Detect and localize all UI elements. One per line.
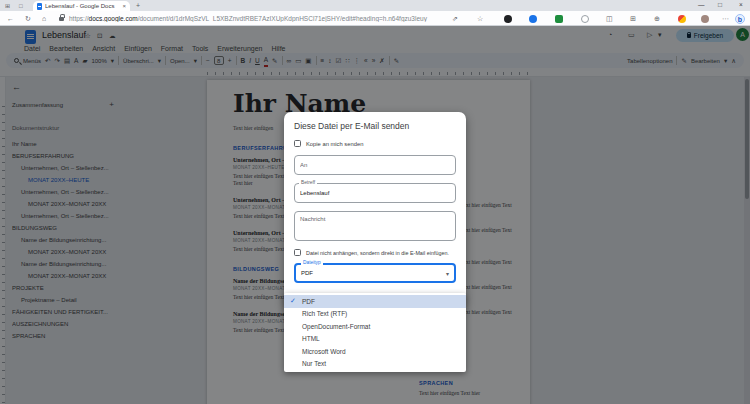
filetype-select[interactable]: Dateityp PDF ▾	[294, 263, 456, 283]
new-tab-button[interactable]: +	[136, 2, 140, 9]
docs-favicon	[37, 3, 42, 10]
collections-icon[interactable]: ⊞	[630, 14, 636, 23]
vertical-tabs-icon[interactable]: □	[19, 2, 23, 10]
email-file-dialog: Diese Datei per E-Mail senden Kopie an m…	[284, 112, 466, 308]
dialog-title: Diese Datei per E-Mail senden	[294, 121, 456, 131]
window-maximize-button[interactable]: □	[718, 1, 722, 8]
checkbox-unchecked[interactable]	[294, 249, 301, 256]
extension-icon[interactable]	[581, 15, 589, 23]
option-label: Microsoft Word	[302, 348, 346, 355]
recipient-input[interactable]	[294, 155, 456, 175]
address-bar: ← ↻ ⌂ https://docs.google.com/document/d…	[0, 11, 750, 26]
paste-inline-row[interactable]: Datei nicht anhängen, sondern direkt in …	[294, 249, 456, 256]
filetype-label: Dateityp	[301, 260, 323, 265]
profile-avatar-icon[interactable]	[701, 15, 709, 23]
extension-icon[interactable]	[504, 15, 512, 23]
option-label: Nur Text	[302, 360, 326, 367]
message-textarea[interactable]	[294, 211, 456, 241]
browser-essentials-icon[interactable]: ⊕	[654, 14, 660, 23]
option-label: HTML	[302, 335, 320, 342]
tab-title: Lebenslauf - Google Docs	[45, 3, 119, 9]
option-label: OpenDocument-Format	[302, 323, 370, 330]
url-domain: docs.google.com	[89, 15, 138, 22]
subject-field-wrapper: Betreff	[294, 183, 456, 203]
option-label: PDF	[302, 298, 315, 305]
checkbox-label: Datei nicht anhängen, sondern direkt in …	[306, 250, 449, 256]
favorite-star-icon[interactable]: ☆	[477, 14, 483, 23]
dropdown-option-plaintext[interactable]: Nur Text	[284, 358, 466, 371]
url-text[interactable]: https://docs.google.com/document/d/1drMq…	[69, 15, 429, 22]
browser-chrome: ⊞ □ Lebenslauf - Google Docs × + — □ × ←…	[0, 0, 750, 26]
refresh-icon[interactable]: ↻	[25, 14, 31, 23]
share-page-icon[interactable]: ⇗	[452, 14, 458, 23]
checkbox-label: Kopie an mich senden	[306, 141, 363, 147]
dropdown-option-rtf[interactable]: Rich Text (RTF)	[284, 308, 466, 321]
filetype-dropdown-menu: ✓ PDF Rich Text (RTF) OpenDocument-Forma…	[284, 293, 466, 372]
message-field-wrapper	[294, 211, 456, 241]
tab-bar: ⊞ □ Lebenslauf - Google Docs × + — □ ×	[0, 0, 750, 11]
tab-actions-icon[interactable]: ⊞	[5, 2, 10, 10]
to-field-wrapper	[294, 155, 456, 175]
ssl-lock-icon[interactable]	[59, 17, 64, 21]
dropdown-option-word[interactable]: Microsoft Word	[284, 345, 466, 358]
back-icon[interactable]: ←	[7, 14, 14, 23]
subject-label: Betreff	[299, 180, 317, 185]
dropdown-option-pdf[interactable]: ✓ PDF	[284, 295, 466, 308]
browser-menu-icon[interactable]: ⋯	[722, 14, 729, 23]
tab-close-icon[interactable]: ×	[122, 3, 126, 9]
window-close-button[interactable]: ×	[739, 1, 743, 8]
dropdown-option-html[interactable]: HTML	[284, 333, 466, 346]
browser-tab[interactable]: Lebenslauf - Google Docs ×	[33, 1, 130, 11]
chevron-down-icon: ▾	[446, 270, 449, 277]
filetype-value: PDF	[301, 270, 313, 276]
checkbox-unchecked[interactable]	[294, 140, 301, 147]
home-icon[interactable]: ⌂	[42, 14, 46, 23]
dropdown-option-odf[interactable]: OpenDocument-Format	[284, 320, 466, 333]
extension-icon[interactable]	[555, 15, 563, 23]
extension-icon[interactable]	[529, 15, 537, 23]
window-minimize-button[interactable]: —	[698, 1, 705, 8]
split-screen-icon[interactable]: ◫	[606, 14, 613, 23]
check-icon: ✓	[284, 297, 302, 305]
bing-copilot-icon[interactable]: b	[735, 14, 745, 24]
copy-to-me-row[interactable]: Kopie an mich senden	[294, 140, 456, 147]
option-label: Rich Text (RTF)	[302, 310, 347, 317]
subject-input[interactable]	[294, 183, 456, 203]
extension-icon[interactable]	[678, 15, 686, 23]
